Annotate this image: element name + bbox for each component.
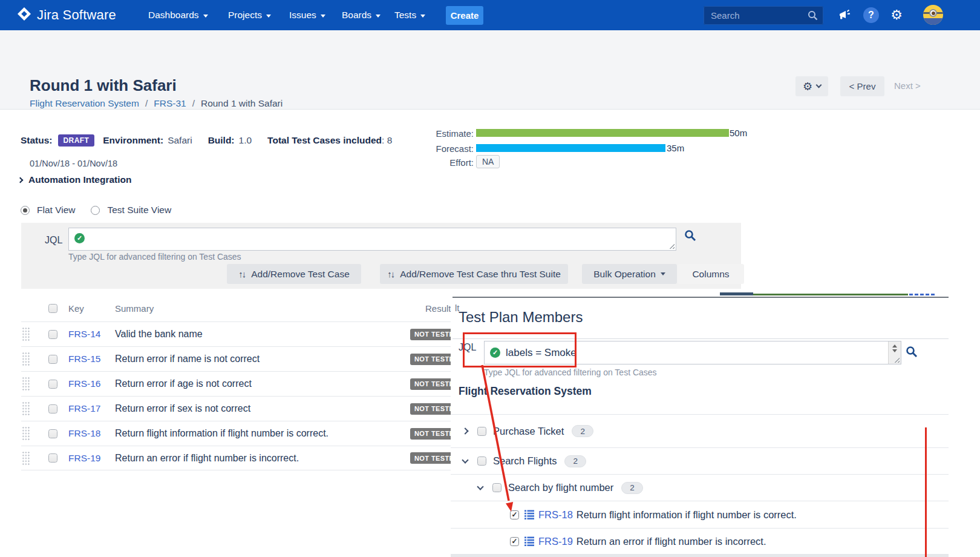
forecast-value: 35m — [667, 143, 684, 153]
next-button[interactable]: Next > — [894, 81, 921, 91]
test-suite-tree: Purchase Ticket 2 Search Flights 2 Searc… — [451, 414, 949, 555]
breadcrumb: Flight Reservation System / FRS-31 / Rou… — [30, 98, 283, 109]
resize-handle[interactable] — [668, 243, 675, 249]
breadcrumb-issue-link[interactable]: FRS-31 — [154, 98, 186, 109]
case-checkbox-checked[interactable]: ✓ — [510, 537, 519, 546]
suite-checkbox[interactable] — [492, 483, 501, 492]
row-checkbox[interactable] — [48, 355, 57, 364]
resize-handle[interactable] — [893, 357, 900, 363]
issue-key-link[interactable]: FRS-14 — [68, 329, 100, 340]
test-case-icon — [524, 510, 534, 519]
status-label: Status: — [21, 135, 53, 146]
issue-key-link[interactable]: FRS-16 — [68, 378, 100, 389]
effort-value: NA — [476, 155, 500, 168]
search-icon — [684, 229, 696, 242]
prev-button[interactable]: < Prev — [840, 76, 884, 96]
drag-handle-icon[interactable] — [22, 377, 30, 391]
column-header-result: Result — [425, 303, 451, 314]
drag-handle-icon[interactable] — [22, 401, 30, 416]
add-remove-testcase-suite-button[interactable]: ↑↓ Add/Remove Test Case thru Test Suite — [380, 264, 568, 284]
drag-handle-icon[interactable] — [22, 451, 30, 466]
scroll-down-icon — [892, 349, 897, 352]
case-key-link[interactable]: FRS-19 — [538, 536, 573, 547]
build-label: Build: — [208, 135, 235, 146]
clipped-text-fragment — [909, 294, 935, 295]
breadcrumb-project-link[interactable]: Flight Reservation System — [30, 98, 139, 109]
column-header-key: Key — [68, 303, 84, 314]
row-checkbox[interactable] — [48, 453, 57, 463]
issue-key-link[interactable]: FRS-19 — [68, 453, 100, 464]
suite-label[interactable]: Purchase Ticket — [493, 426, 564, 437]
jql-input[interactable]: ✓ — [68, 228, 676, 251]
nav-projects[interactable]: Projects — [228, 0, 271, 30]
create-button[interactable]: Create — [446, 6, 483, 25]
search-input[interactable] — [704, 6, 823, 25]
dialog-jql-input[interactable]: ✓ labels = Smoke — [484, 341, 901, 364]
suite-count-badge: 2 — [572, 425, 593, 437]
add-remove-testcase-button[interactable]: ↑↓ Add/Remove Test Case — [227, 264, 361, 284]
issue-key-link[interactable]: FRS-15 — [68, 354, 100, 364]
nav-tests[interactable]: Tests — [394, 0, 425, 30]
help-button[interactable]: ? — [861, 5, 881, 25]
row-checkbox[interactable] — [48, 330, 57, 339]
bulk-operation-button[interactable]: Bulk Operation — [582, 264, 677, 284]
drag-handle-icon[interactable] — [22, 352, 30, 366]
settings-button[interactable]: ⚙ — [887, 5, 906, 25]
case-checkbox-checked[interactable]: ✓ — [510, 510, 519, 519]
tree-row-suite: Search Flights 2 — [451, 447, 949, 474]
dialog-project-heading: Flight Reservation System — [459, 385, 592, 398]
nav-dashboards[interactable]: Dashboards — [148, 0, 208, 30]
dialog-jql-search-button[interactable] — [906, 346, 918, 360]
column-header-summary: Summary — [115, 303, 154, 314]
row-checkbox[interactable] — [48, 404, 57, 414]
textarea-scrollbar[interactable] — [888, 341, 901, 364]
nav-search-box — [704, 6, 823, 25]
suite-checkbox[interactable] — [477, 427, 486, 436]
chevron-right-icon — [18, 177, 24, 183]
test-suite-view-radio[interactable] — [91, 206, 100, 215]
dialog-jql-helper-text: Type JQL for advanced filtering on Test … — [484, 367, 657, 377]
columns-button[interactable]: Columns — [678, 264, 744, 284]
jql-search-button[interactable] — [684, 229, 696, 244]
suite-checkbox[interactable] — [477, 456, 486, 466]
announcements-button[interactable] — [835, 5, 854, 25]
suite-label[interactable]: Search by flight number — [508, 482, 613, 493]
environment-label: Environment: — [103, 135, 163, 146]
drag-handle-icon[interactable] — [22, 426, 30, 441]
estimate-value: 50m — [730, 128, 747, 138]
select-all-checkbox[interactable] — [48, 304, 57, 313]
flat-view-radio[interactable] — [21, 206, 30, 215]
issue-key-link[interactable]: FRS-18 — [68, 428, 100, 439]
environment-value: Safari — [168, 135, 192, 146]
arrows-updown-icon: ↑↓ — [238, 269, 245, 279]
chevron-down-icon[interactable] — [477, 483, 483, 490]
tree-row-case: ✓ FRS-19 Return an error if flight numbe… — [451, 528, 949, 555]
nav-boards[interactable]: Boards — [342, 0, 381, 30]
row-checkbox[interactable] — [48, 429, 57, 438]
row-checkbox[interactable] — [48, 380, 57, 389]
clipped-progressbar-fragment — [753, 294, 908, 295]
jira-logo[interactable]: Jira Software — [17, 0, 116, 30]
gear-icon: ⚙ — [890, 8, 903, 22]
case-key-link[interactable]: FRS-18 — [538, 509, 573, 521]
dialog-jql-value: labels = Smoke — [506, 347, 577, 359]
chevron-right-icon[interactable] — [462, 427, 468, 434]
chevron-down-icon — [203, 15, 208, 18]
suite-label[interactable]: Search Flights — [493, 455, 557, 467]
jql-helper-text: Type JQL for advanced filtering on Test … — [68, 252, 241, 262]
build-value: 1.0 — [239, 135, 252, 146]
avatar-pupil — [932, 12, 935, 15]
jql-label: JQL — [45, 235, 62, 246]
issue-key-link[interactable]: FRS-17 — [68, 403, 100, 414]
chevron-down-icon[interactable] — [462, 456, 468, 463]
automation-integration-toggle[interactable]: Automation Integration — [18, 174, 132, 185]
drag-handle-icon[interactable] — [22, 327, 30, 341]
nav-issues[interactable]: Issues — [289, 0, 325, 30]
clipped-content-fragment — [720, 292, 753, 295]
dialog-top-border — [452, 297, 949, 298]
testplan-settings-button[interactable]: ⚙ — [795, 76, 828, 96]
user-avatar[interactable] — [923, 5, 943, 25]
jql-valid-check-icon: ✓ — [74, 233, 85, 243]
effort-label: Effort: — [425, 157, 474, 168]
arrows-updown-icon: ↑↓ — [387, 269, 394, 279]
